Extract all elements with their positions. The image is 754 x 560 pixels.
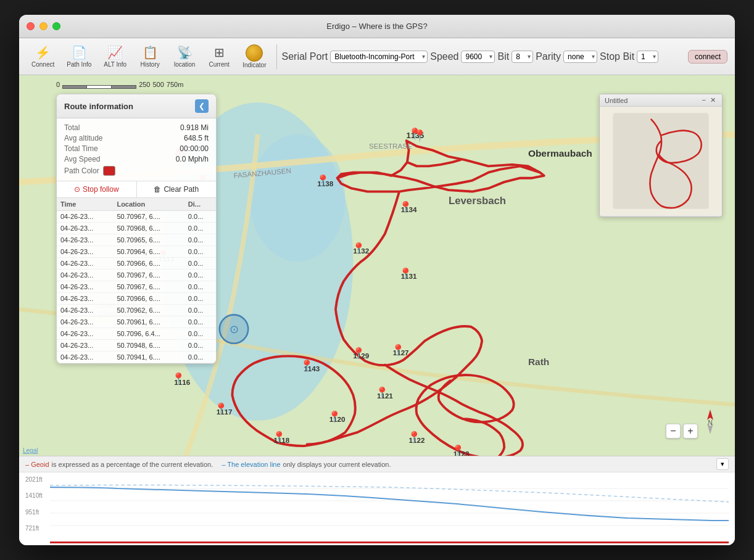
svg-point-2	[250, 134, 346, 261]
svg-text:📍: 📍	[328, 410, 342, 424]
history-icon: 📋	[143, 45, 158, 60]
close-button[interactable]	[27, 22, 35, 30]
history-tool[interactable]: 📋 History	[134, 43, 166, 70]
table-cell-time: 04-26-23...	[57, 328, 113, 340]
scale-label-500: 500	[152, 81, 164, 88]
elevation-chart	[50, 476, 729, 532]
table-cell-di: 0.0...	[184, 246, 216, 258]
table-row[interactable]: 04-26-23...50.70948, 6....0.0...	[57, 340, 216, 352]
elev-label-2: 951ft	[25, 509, 43, 516]
zoom-in-button[interactable]: +	[683, 424, 698, 439]
speed-select[interactable]: 9600	[461, 51, 495, 63]
path-info-label: Path Info	[67, 61, 91, 68]
stop-bit-label: Stop Bit	[600, 51, 634, 62]
stop-follow-button[interactable]: ⊙ Stop follow	[57, 181, 136, 197]
table-row[interactable]: 04-26-23...50.70968, 6....0.0...	[57, 223, 216, 234]
svg-text:📍: 📍	[352, 347, 366, 360]
stop-icon: ⊙	[74, 185, 80, 194]
scale-line	[62, 80, 136, 89]
scale-bar: 0 250 500 750m	[56, 80, 183, 89]
col-di: Di...	[184, 198, 216, 211]
stop-follow-label: Stop follow	[83, 185, 119, 194]
bit-select[interactable]: 8	[512, 51, 533, 63]
mini-map: Untitled − ✕	[599, 94, 723, 217]
svg-text:📍: 📍	[300, 359, 314, 373]
table-row[interactable]: 04-26-23...50.70964, 6....0.0...	[57, 246, 216, 258]
location-tool[interactable]: 📡 location	[168, 43, 201, 70]
table-cell-location: 50.70948, 6....	[113, 340, 184, 352]
zoom-out-button[interactable]: −	[666, 424, 681, 439]
connect-label: Connect	[31, 61, 54, 68]
table-row[interactable]: 04-26-23...50.70966, 6....0.0...	[57, 258, 216, 270]
parity-select[interactable]: none	[563, 51, 597, 63]
table-cell-time: 04-26-23...	[57, 352, 113, 363]
clear-path-button[interactable]: 🗑 Clear Path	[137, 181, 217, 197]
table-row[interactable]: 04-26-23...50.70962, 6....0.0...	[57, 305, 216, 316]
table-cell-location: 50.7096, 6.4...	[113, 328, 184, 340]
col-time: Time	[57, 198, 113, 211]
indicator-tool[interactable]: Indicator	[238, 42, 271, 71]
table-cell-time: 04-26-23...	[57, 211, 113, 223]
table-row[interactable]: 04-26-23...50.7096, 6.4...0.0...	[57, 328, 216, 340]
table-cell-time: 04-26-23...	[57, 270, 113, 281]
mini-map-controls: − ✕	[701, 96, 718, 104]
alt-info-tool[interactable]: 📈 ALT Info	[99, 43, 131, 70]
serial-port-select[interactable]: Bluetooth-Incoming-Port	[330, 51, 428, 63]
maximize-button[interactable]	[52, 22, 60, 30]
route-panel-title: Route information	[64, 102, 133, 111]
minimize-button[interactable]	[39, 22, 48, 30]
total-row: Total 0.918 Mi	[64, 123, 209, 132]
table-cell-location: 50.70965, 6....	[113, 234, 184, 246]
table-row[interactable]: 04-26-23...50.70961, 6....0.0...	[57, 316, 216, 328]
clear-path-label: Clear Path	[164, 185, 199, 194]
map-area[interactable]: 1135 📍 ⊙ Obermaubach Leversbach Rath Sta…	[19, 75, 735, 456]
elevation-line-label: – The elevation line	[222, 461, 280, 468]
table-cell-time: 04-26-23...	[57, 316, 113, 328]
mini-map-close-button[interactable]: ✕	[709, 96, 717, 104]
table-body: 04-26-23...50.70967, 6....0.0...04-26-23…	[57, 211, 216, 363]
connect-button[interactable]: connect	[688, 50, 727, 64]
table-row[interactable]: 04-26-23...50.70965, 6....0.0...	[57, 234, 216, 246]
mini-map-titlebar: Untitled − ✕	[600, 94, 722, 107]
toolbar-separator	[276, 44, 277, 69]
mini-map-minimize-button[interactable]: −	[701, 96, 707, 104]
svg-text:📍: 📍	[407, 430, 421, 444]
table-cell-di: 0.0...	[184, 352, 216, 363]
table-cell-time: 04-26-23...	[57, 246, 113, 258]
svg-rect-55	[50, 476, 729, 532]
svg-text:⊙: ⊙	[230, 323, 239, 336]
table-row[interactable]: 04-26-23...50.70967, 6....0.0...	[57, 270, 216, 281]
route-info: Total 0.918 Mi Avg altitude 648.5 ft Tot…	[57, 118, 216, 181]
table-row[interactable]: 04-26-23...50.70967, 6....0.0...	[57, 281, 216, 293]
path-color-swatch[interactable]	[103, 166, 115, 176]
stop-bit-select[interactable]: 1	[637, 51, 658, 63]
location-label: location	[174, 61, 195, 68]
table-row[interactable]: 04-26-23...50.70941, 6....0.0...	[57, 352, 216, 363]
elevation-content: 2021ft 1410ft 951ft 721ft	[19, 472, 735, 543]
parity-label: Parity	[536, 51, 561, 62]
legal-link[interactable]: Legal	[23, 447, 38, 454]
collapse-panel-button[interactable]: ❮	[195, 99, 209, 113]
compass-svg: N	[698, 406, 723, 437]
svg-text:📍: 📍	[399, 200, 413, 214]
data-table-scroll[interactable]: Time Location Di... 04-26-23...50.70967,…	[57, 198, 216, 363]
zoom-controls: − +	[666, 424, 698, 439]
svg-text:📍: 📍	[272, 430, 286, 444]
table-cell-location: 50.70968, 6....	[113, 223, 184, 234]
serial-port-select-wrap: Bluetooth-Incoming-Port ▾	[330, 51, 428, 63]
svg-text:📍: 📍	[172, 372, 186, 385]
table-row[interactable]: 04-26-23...50.70967, 6....0.0...	[57, 211, 216, 223]
table-header-row: Time Location Di...	[57, 198, 216, 211]
indicator-icon	[246, 44, 263, 62]
path-info-icon: 📄	[72, 45, 87, 60]
path-info-tool[interactable]: 📄 Path Info	[62, 43, 96, 70]
total-time-label: Total Time	[64, 144, 98, 153]
connect-tool[interactable]: ⚡ Connect	[27, 43, 59, 70]
mini-map-svg	[600, 107, 722, 215]
elevation-collapse-button[interactable]: ▾	[716, 458, 729, 470]
table-cell-time: 04-26-23...	[57, 293, 113, 305]
table-row[interactable]: 04-26-23...50.70966, 6....0.0...	[57, 293, 216, 305]
current-tool[interactable]: ⊞ Current	[203, 43, 235, 70]
alt-info-label: ALT Info	[104, 61, 126, 68]
speed-label: Speed	[430, 51, 458, 62]
